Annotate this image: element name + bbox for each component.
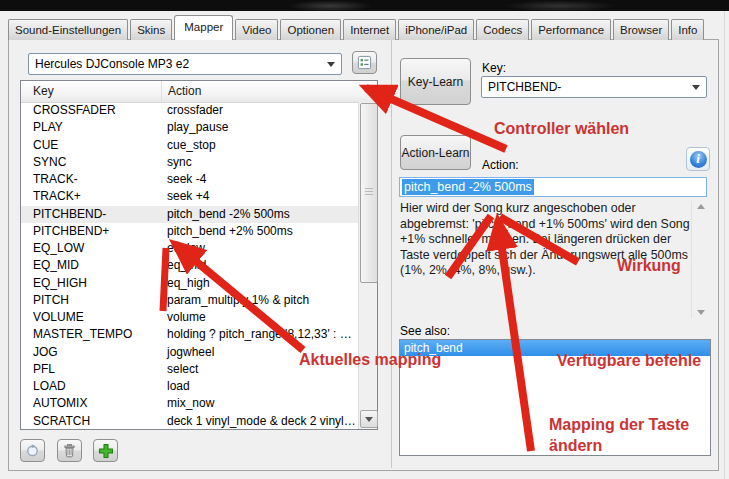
add-mapping-button[interactable] (93, 439, 118, 462)
table-row[interactable]: EQ_LOWeq_low (21, 240, 358, 257)
key-select-value: PITCHBEND- (488, 80, 561, 94)
scroll-down-button[interactable] (360, 410, 378, 428)
reset-icon (25, 443, 40, 458)
tab-info[interactable]: Info (671, 19, 704, 40)
panel-divider (391, 40, 392, 468)
tab-internet[interactable]: Internet (343, 19, 396, 40)
table-row[interactable]: PITCHparam_multiply 1% & pitch (21, 292, 358, 309)
table-row[interactable]: CUEcue_stop (21, 137, 358, 154)
tab-video[interactable]: Video (235, 19, 278, 40)
table-row[interactable]: TRACK-seek -4 (21, 171, 358, 188)
key-label: Key: (482, 61, 506, 75)
tab-optionen[interactable]: Optionen (280, 19, 341, 40)
see-also-label: See also: (400, 324, 450, 338)
scrollbar-grip-icon (365, 188, 373, 196)
dropdown-arrow-icon (692, 85, 700, 90)
annotation-effect: Wirkung (617, 257, 681, 275)
tab-sound-einstellungen[interactable]: Sound-Einstellungen (8, 19, 128, 40)
table-row[interactable]: SCRATCHdeck 1 vinyl_mode & deck 2 vinyl_… (21, 413, 358, 430)
table-row[interactable]: EQ_HIGHeq_high (21, 275, 358, 292)
tab-browser[interactable]: Browser (613, 19, 669, 40)
arrow-down-icon (697, 310, 705, 315)
mapping-table-body: CROSSFADERcrossfader PLAYplay_pause CUEc… (21, 102, 358, 429)
action-input-selected-text: pitch_bend -2% 500ms (402, 179, 534, 195)
description-scrollbar[interactable] (691, 201, 710, 318)
action-learn-button[interactable]: Action-Learn (400, 135, 471, 170)
action-info-button[interactable]: i (686, 147, 710, 171)
annotation-current-mapping: Aktuelles mapping (299, 351, 441, 369)
delete-mapping-button[interactable] (57, 439, 82, 462)
action-label: Action: (482, 158, 519, 172)
column-header-action[interactable]: Action (162, 81, 377, 102)
key-select[interactable]: PITCHBEND- (481, 76, 707, 98)
settings-tabbar: Sound-Einstellungen Skins Mapper Video O… (8, 19, 706, 40)
window-edge (724, 11, 725, 479)
tab-performance[interactable]: Performance (531, 19, 611, 40)
action-input[interactable]: pitch_bend -2% 500ms (399, 177, 707, 197)
table-row[interactable]: EQ_MIDeq_mid (21, 257, 358, 274)
table-row[interactable]: AUTOMIXmix_now (21, 395, 358, 412)
table-row[interactable]: SYNCsync (21, 154, 358, 171)
mapping-list-icon (357, 55, 372, 70)
table-row[interactable]: PLAYplay_pause (21, 119, 358, 136)
table-row[interactable]: MASTER_TEMPOholding ? pitch_range '8,12,… (21, 326, 358, 343)
reset-mapping-button[interactable] (20, 439, 45, 462)
tab-mapper[interactable]: Mapper (174, 15, 233, 40)
table-scrollbar[interactable] (358, 102, 377, 429)
column-header-key[interactable]: Key (21, 81, 162, 102)
info-icon: i (690, 151, 707, 168)
tab-skins[interactable]: Skins (130, 19, 172, 40)
controller-select-value: Hercules DJConsole MP3 e2 (35, 57, 189, 71)
key-learn-button[interactable]: Key-Learn (400, 58, 471, 105)
table-row[interactable]: VOLUMEvolume (21, 309, 358, 326)
table-row[interactable]: PITCHBEND+pitch_bend +2% 500ms (21, 223, 358, 240)
annotation-choose-controller: Controller wählen (494, 120, 629, 138)
trash-icon (62, 443, 77, 458)
arrow-up-icon (697, 204, 705, 209)
background-app-strip (0, 0, 729, 11)
tab-iphone-ipad[interactable]: iPhone/iPad (398, 19, 474, 40)
arrow-down-icon (365, 417, 373, 422)
dropdown-arrow-icon (327, 62, 335, 67)
table-row-selected[interactable]: PITCHBEND-pitch_bend -2% 500ms (21, 206, 358, 223)
mapping-table-header: Key Action (21, 81, 377, 103)
controller-select[interactable]: Hercules DJConsole MP3 e2 (28, 53, 342, 75)
table-row[interactable]: CROSSFADERcrossfader (21, 102, 358, 119)
add-plus-icon (98, 443, 114, 459)
mapper-settings-window: { "tabs": { "items": [ {"label": "Sound-… (0, 0, 729, 479)
annotation-change-mapping: Mapping der Taste ändern (549, 414, 709, 456)
tab-codecs[interactable]: Codecs (476, 19, 529, 40)
mapping-list-button[interactable] (352, 51, 377, 74)
mapping-table: Key Action CROSSFADERcrossfader PLAYplay… (20, 80, 378, 430)
table-row[interactable]: TRACK+seek +4 (21, 188, 358, 205)
annotation-available-commands: Verfügbare befehle (557, 352, 701, 370)
scrollbar-thumb[interactable] (360, 103, 378, 283)
table-row[interactable]: LOADload (21, 378, 358, 395)
